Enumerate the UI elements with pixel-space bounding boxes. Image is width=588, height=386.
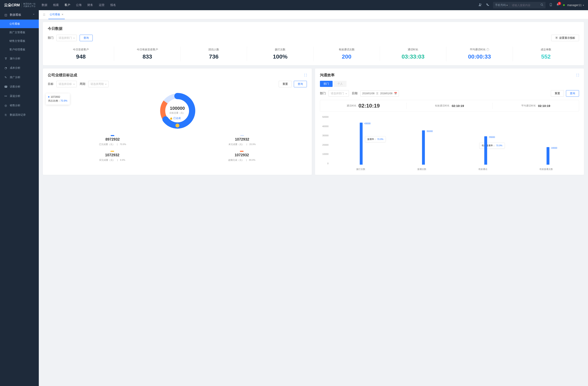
chart-tooltip: 1072932 所占比例：70.9% xyxy=(46,94,70,105)
sidebar-sub-3[interactable]: 客户经理看板 xyxy=(0,45,39,54)
logo-text: 云朵CRM xyxy=(4,3,20,8)
svg-point-8 xyxy=(175,124,179,128)
settings-metrics-button[interactable]: 设置显示指标 xyxy=(551,35,579,41)
sidebar-item-4[interactable]: ⚯渠道分析 xyxy=(0,91,39,101)
sidebar-icon: ∇ xyxy=(4,57,7,60)
sidebar-sub-0[interactable]: 公司看板 xyxy=(0,19,39,28)
chevron-up-icon: ⌃ xyxy=(33,14,35,16)
bar-3: 18000 xyxy=(546,147,549,165)
panel-efficiency: 沟通效率 ⛶ 部门 个人 部门 请选择部门 ▾ 日期 xyxy=(315,69,584,175)
sidebar-item-3[interactable]: ☎访客分析 xyxy=(0,82,39,91)
dept-select[interactable]: 请选择部门 ▾ xyxy=(329,90,349,97)
svg-point-1 xyxy=(541,4,543,5)
sidebar-icon: ✎ xyxy=(4,76,7,79)
tab-company-dashboard[interactable]: 公司看板 ✕ xyxy=(48,10,65,19)
sidebar-item-6[interactable]: ⎘数据流转记录 xyxy=(0,110,39,119)
chevron-down-icon: ▾ xyxy=(74,83,75,85)
today-title: 今日数据 xyxy=(48,26,579,31)
thumbs-up-icon: 👍 xyxy=(169,117,172,120)
reset-button[interactable]: 重置 xyxy=(279,81,292,87)
efficiency-stat: 有效通话时长02:10:19 xyxy=(406,103,493,109)
chevron-down-icon: ▾ xyxy=(74,37,75,39)
dept-select[interactable]: 请选择部门 ▾ xyxy=(56,35,77,41)
calendar-icon: 📅 xyxy=(394,92,397,95)
sidebar-group-dashboard[interactable]: ◫ 数据看板 ⌃ xyxy=(0,10,39,19)
sidebar-sub-1[interactable]: 推广主管看板 xyxy=(0,28,39,37)
nav-item-6[interactable]: 报名 xyxy=(110,3,116,7)
period-select[interactable]: 请选择周期 ▾ xyxy=(88,81,109,87)
sidebar-icon: ⎘ xyxy=(4,113,7,116)
sidebar-item-1[interactable]: ◔成本分析 xyxy=(0,63,39,73)
chevron-down-icon: ▾ xyxy=(105,83,106,85)
search-icon[interactable] xyxy=(538,3,546,7)
status-dot-icon xyxy=(563,4,565,6)
x-axis: 拨打次数接通次数有效通话有效接通次数 xyxy=(330,168,579,171)
sidebar-item-5[interactable]: ◎销售分析 xyxy=(0,101,39,110)
tab-dept[interactable]: 部门 xyxy=(320,81,333,87)
tab-person[interactable]: 个人 xyxy=(334,81,346,87)
nav-item-5[interactable]: 运营 xyxy=(99,3,105,7)
efficiency-title: 沟通效率 xyxy=(320,73,335,77)
target-select[interactable]: 请选择目标 ▾ xyxy=(56,81,77,87)
metric-item: 今日有效首咨客户833 xyxy=(114,46,181,61)
logo[interactable]: 云朵CRM 教育机构一站 式服务云平台 xyxy=(4,3,36,8)
nav-item-3[interactable]: 公海 xyxy=(76,3,82,7)
legend-item: 1072932超额完成（元） | 89.9% xyxy=(228,151,255,162)
sidebar-item-0[interactable]: ∇漏斗分析 xyxy=(0,54,39,63)
metric-item: 回访人数736 xyxy=(181,46,247,61)
search-input[interactable] xyxy=(510,4,538,7)
svg-point-0 xyxy=(479,3,481,5)
expand-icon[interactable]: ⛶ xyxy=(304,74,307,77)
svg-point-4 xyxy=(556,37,557,38)
close-icon[interactable]: ✕ xyxy=(62,13,63,16)
nav-item-1[interactable]: 线索 xyxy=(53,3,59,7)
metric-item: 今日首咨客户948 xyxy=(48,46,114,61)
achieved-badge: 👍 已达成 xyxy=(169,116,185,120)
query-button[interactable]: 查询 xyxy=(566,90,579,97)
efficiency-stat: 平均通话时长02:10:19 xyxy=(493,103,579,109)
top-nav: 数据线索客户公海财务运营报名 xyxy=(42,3,116,7)
logo-caption: 教育机构一站 式服务云平台 xyxy=(21,3,36,8)
metric-item: 成交单数552 xyxy=(513,46,579,61)
panel-today: 今日数据 部门 请选择部门 ▾ 查询 设置显示指标 今日首咨客户9 xyxy=(43,22,584,65)
query-button[interactable]: 查询 xyxy=(294,81,307,87)
sidebar-item-2[interactable]: ✎推广分析 xyxy=(0,73,39,82)
date-range-picker[interactable]: 2018/01/08 至 2018/01/08 📅 xyxy=(360,90,399,97)
dashboard-icon: ◫ xyxy=(4,13,7,17)
expand-icon[interactable]: ⛶ xyxy=(576,74,579,77)
username: manager11 xyxy=(567,3,582,7)
sidebar-icon: ◔ xyxy=(4,66,7,70)
query-button[interactable]: 查询 xyxy=(80,35,93,41)
chevron-down-icon: ▾ xyxy=(506,4,507,6)
gear-icon xyxy=(555,36,558,40)
search-box: 手机号码 ▾ xyxy=(493,2,546,8)
add-user-icon[interactable] xyxy=(478,3,482,8)
nav-item-2[interactable]: 客户 xyxy=(64,3,70,7)
panel-achievement: 公司业绩目标达成 ⛶ 目标 请选择目标 ▾ 周期 请选择周期 ▾ xyxy=(43,69,312,175)
sidebar-icon: ☎ xyxy=(4,85,7,88)
menu-toggle-icon[interactable]: ☰ xyxy=(43,13,45,16)
metric-item: 平均通话时长?00:00:33 xyxy=(446,46,513,61)
user-menu[interactable]: manager11 ▾ xyxy=(563,3,584,7)
mobile-icon[interactable] xyxy=(549,3,552,7)
sidebar-sub-2[interactable]: 销售主管看板 xyxy=(0,37,39,45)
bar-1: 35000 xyxy=(422,130,425,165)
top-header: 云朵CRM 教育机构一站 式服务云平台 数据线索客户公海财务运营报名 手机号码 … xyxy=(0,0,588,10)
bars-area: 接通率：70.9% 有效接通率：70.9% 430003500029000180… xyxy=(330,116,579,165)
info-icon[interactable]: ? xyxy=(486,48,489,51)
bar-chart: 50000400003000020000100000 接通率：70.9% 有效接… xyxy=(320,116,579,171)
sidebar: ◫ 数据看板 ⌃ 公司看板推广主管看板销售主管看板客户经理看板 ∇漏斗分析◔成本… xyxy=(0,10,39,386)
bell-icon[interactable]: 5 xyxy=(556,3,559,7)
metric-item: 拨打次数100% xyxy=(247,46,314,61)
callout-connect-rate: 接通率：70.9% xyxy=(365,136,386,142)
search-type-select[interactable]: 手机号码 ▾ xyxy=(493,3,510,7)
nav-item-4[interactable]: 财务 xyxy=(87,3,93,7)
legend-item: 8972932已完成量（元） | 70.9% xyxy=(99,135,126,146)
metric-item: 有效通话次数200 xyxy=(314,46,380,61)
dept-label: 部门 xyxy=(48,36,54,40)
legend-item: 1072932应完成量（元） | 8.9% xyxy=(99,151,125,162)
reset-button[interactable]: 重置 xyxy=(551,90,564,97)
chevron-down-icon: ▾ xyxy=(346,92,347,95)
nav-item-0[interactable]: 数据 xyxy=(42,3,47,7)
phone-icon[interactable] xyxy=(486,3,489,8)
